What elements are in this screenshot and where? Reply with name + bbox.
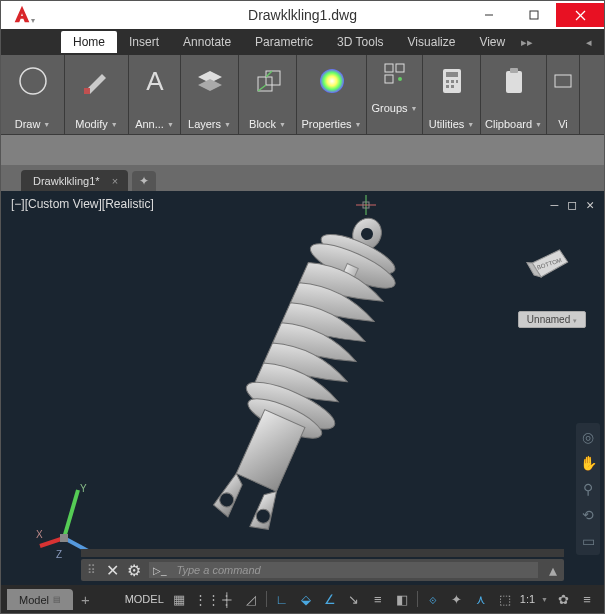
tab-parametric[interactable]: Parametric	[243, 31, 325, 53]
ucs-icon[interactable]: X Y Z	[36, 480, 106, 550]
utilities-icon	[438, 61, 466, 101]
panel-block[interactable]: Block▼	[239, 55, 297, 134]
ortho-icon[interactable]: ┼	[218, 592, 236, 607]
minimize-button[interactable]	[466, 3, 511, 27]
gizmo-icon[interactable]: ✦	[448, 592, 466, 607]
tab-home[interactable]: Home	[61, 31, 117, 53]
command-input[interactable]: ▷_ Type a command	[149, 562, 538, 578]
status-bar: Model▤ + MODEL ▦ ⋮⋮⋮ ┼ ◿ ∟ ⬙ ∠ ↘ ≡ ◧ ⟐ ✦…	[1, 585, 604, 613]
model-space-button[interactable]: MODEL	[125, 593, 164, 605]
annotation-scale-icon[interactable]: ⬚	[496, 592, 514, 607]
viewport[interactable]: [−][Custom View][Realistic] — □ ✕ BOTTOM…	[1, 191, 604, 585]
vp-minimize-icon[interactable]: —	[551, 197, 559, 212]
svg-text:Y: Y	[80, 483, 87, 494]
view-icon	[551, 61, 575, 101]
svg-rect-5	[84, 88, 90, 94]
panel-groups[interactable]: Groups▼	[367, 55, 423, 134]
svg-rect-17	[451, 80, 454, 83]
panel-clipboard[interactable]: Clipboard▼	[481, 55, 547, 134]
viewport-window-controls: — □ ✕	[551, 197, 594, 212]
tab-insert[interactable]: Insert	[117, 31, 171, 53]
tab-overflow-icon[interactable]: ▸▸	[517, 36, 537, 49]
maximize-button[interactable]	[511, 3, 556, 27]
zoom-icon[interactable]: ⚲	[583, 481, 593, 497]
document-tabs: Drawklkling1* × ✦	[1, 165, 604, 191]
ribbon-collapse-icon[interactable]: ◂	[582, 36, 596, 49]
panel-draw[interactable]: Draw▼	[1, 55, 65, 134]
text-icon: A	[140, 61, 170, 101]
customize-icon[interactable]: ≡	[578, 592, 596, 607]
model-tab[interactable]: Model▤	[7, 589, 73, 610]
grid-icon[interactable]: ▦	[170, 592, 188, 607]
block-icon	[252, 61, 284, 101]
svg-rect-8	[266, 71, 280, 85]
ribbon-tabs: Home Insert Annotate Parametric 3D Tools…	[1, 29, 604, 55]
navigation-bar: ◎ ✋ ⚲ ⟲ ▭	[576, 423, 600, 555]
panel-utilities[interactable]: Utilities▼	[423, 55, 481, 134]
new-tab-button[interactable]: ✦	[132, 171, 156, 191]
ribbon-gap	[1, 135, 604, 165]
tab-visualize[interactable]: Visualize	[396, 31, 468, 53]
tab-annotate[interactable]: Annotate	[171, 31, 243, 53]
vp-maximize-icon[interactable]: □	[568, 197, 576, 212]
osnap-icon[interactable]: ∟	[273, 592, 291, 607]
svg-rect-19	[446, 85, 449, 88]
snap-icon[interactable]: ⋮⋮⋮	[194, 592, 212, 607]
cmd-close-icon[interactable]: ✕	[101, 561, 123, 580]
svg-rect-18	[456, 80, 458, 83]
svg-point-9	[320, 69, 344, 93]
scale-button[interactable]: 1:1	[520, 593, 535, 605]
command-placeholder: Type a command	[171, 564, 267, 576]
tab-view[interactable]: View	[467, 31, 517, 53]
close-tab-icon[interactable]: ×	[112, 175, 118, 187]
tab-3d-tools[interactable]: 3D Tools	[325, 31, 395, 53]
command-line: ⠿ ✕ ⚙ ▷_ Type a command ▴	[81, 559, 564, 581]
panel-modify[interactable]: Modify▼	[65, 55, 129, 134]
vp-close-icon[interactable]: ✕	[586, 197, 594, 212]
cmd-history-icon[interactable]: ▴	[542, 561, 564, 580]
add-layout-button[interactable]: +	[81, 591, 90, 608]
groups-icon	[382, 61, 408, 87]
showmotion-icon[interactable]: ▭	[582, 533, 595, 549]
otrack-icon[interactable]: ∠	[321, 592, 339, 607]
clipboard-icon	[500, 61, 528, 101]
title-bar: ▾ Drawklkling1.dwg	[1, 1, 604, 29]
close-button[interactable]	[556, 3, 604, 27]
transparency-icon[interactable]: ◧	[393, 592, 411, 607]
svg-point-13	[398, 77, 402, 81]
svg-point-4	[20, 68, 46, 94]
svg-rect-23	[555, 75, 571, 87]
steering-wheel-icon[interactable]: ◎	[582, 429, 594, 445]
ribbon: Draw▼ Modify▼ A Ann...▼ Layers▼ Block▼ P…	[1, 55, 604, 135]
dynamic-ucs-icon[interactable]: ↘	[345, 592, 363, 607]
scrollbar-horizontal[interactable]	[81, 549, 564, 557]
workspace-icon[interactable]: ✿	[554, 592, 572, 607]
panel-annotation[interactable]: A Ann...▼	[129, 55, 181, 134]
view-name-label[interactable]: Unnamed ▾	[518, 311, 586, 328]
panel-properties[interactable]: Properties▼	[297, 55, 367, 134]
layers-icon	[194, 61, 226, 101]
3dosnap-icon[interactable]: ⬙	[297, 592, 315, 607]
cycling-icon[interactable]: ⟐	[424, 592, 442, 607]
cmd-options-icon[interactable]: ⚙	[123, 561, 145, 580]
svg-line-40	[64, 490, 78, 538]
panel-layers[interactable]: Layers▼	[181, 55, 239, 134]
document-tab[interactable]: Drawklkling1* ×	[21, 170, 128, 191]
lineweight-icon[interactable]: ≡	[369, 592, 387, 607]
panel-view[interactable]: Vi	[547, 55, 580, 134]
svg-rect-21	[506, 71, 522, 93]
filter-icon[interactable]: ⋏	[472, 592, 490, 607]
app-logo[interactable]: ▾	[3, 2, 43, 28]
svg-rect-12	[385, 75, 393, 83]
svg-rect-20	[451, 85, 454, 88]
orbit-icon[interactable]: ⟲	[582, 507, 594, 523]
svg-rect-1	[530, 11, 538, 19]
svg-rect-10	[385, 64, 393, 72]
pan-icon[interactable]: ✋	[580, 455, 597, 471]
polar-icon[interactable]: ◿	[242, 592, 260, 607]
cmd-prompt-icon: ▷_	[149, 565, 171, 576]
svg-rect-11	[396, 64, 404, 72]
svg-rect-44	[60, 534, 68, 542]
view-cube[interactable]: BOTTOM	[524, 246, 574, 286]
cmd-grip-icon[interactable]: ⠿	[81, 563, 101, 577]
